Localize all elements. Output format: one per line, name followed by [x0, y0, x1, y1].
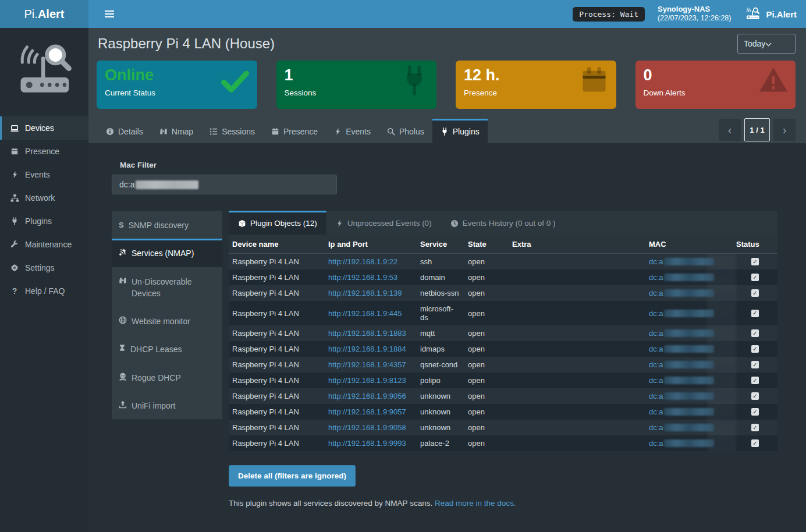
table-row: Raspberry Pi 4 LAN http://192.168.1.9:18…: [229, 325, 777, 341]
plugin-nav-item[interactable]: Services (NMAP): [112, 239, 222, 267]
status-checkbox[interactable]: [751, 289, 759, 297]
status-checkbox[interactable]: [751, 361, 759, 368]
table-row: Raspberry Pi 4 LAN http://192.168.1.9:18…: [229, 341, 777, 357]
mac-filter-label: Mac Filter: [120, 161, 777, 169]
status-card[interactable]: 1 Sessions: [276, 61, 437, 109]
plug-icon: [399, 65, 429, 95]
docs-link[interactable]: Read more in the docs.: [435, 499, 516, 508]
status-card[interactable]: 12 h. Presence: [456, 61, 616, 109]
plugin-object-tab[interactable]: Events History (0 out of 0 ): [441, 211, 565, 235]
device-tab[interactable]: Pholus: [379, 119, 432, 143]
cell-mac-link[interactable]: dc:a: [649, 407, 663, 416]
sidebar-item[interactable]: Events: [0, 163, 88, 186]
mac-filter-redaction: [136, 180, 198, 189]
device-tab[interactable]: Sessions: [201, 119, 263, 143]
cell-mac-link[interactable]: dc:a: [649, 273, 663, 282]
brand-logo[interactable]: Pi.Alert: [0, 0, 88, 28]
pager-next-button[interactable]: ›: [773, 119, 796, 141]
cell-mac-link[interactable]: dc:a: [649, 309, 663, 318]
cell-ip-port-link[interactable]: http://192.168.1.9:9056: [328, 392, 406, 400]
plugin-nav-label: SNMP discovery: [129, 219, 189, 231]
cell-ip-port-link[interactable]: http://192.168.1.9:4357: [328, 360, 406, 369]
cell-ip-port-link[interactable]: http://192.168.1.9:445: [328, 309, 402, 318]
plugin-nav-item[interactable]: Website monitor: [112, 307, 222, 335]
sidebar-item-label: Plugins: [25, 217, 52, 226]
hamburger-menu-icon[interactable]: [98, 0, 121, 28]
status-checkbox[interactable]: [751, 310, 759, 317]
cell-mac-link[interactable]: dc:a: [649, 392, 663, 400]
plugin-object-tab-label: Plugin Objects (12): [250, 219, 317, 228]
table-row: Raspberry Pi 4 LAN http://192.168.1.9:90…: [229, 404, 777, 420]
cell-mac-link[interactable]: dc:a: [649, 439, 663, 448]
delete-all-button[interactable]: Delete all (filters are ignored): [229, 465, 356, 487]
cell-mac-link[interactable]: dc:a: [649, 329, 663, 338]
cell-service: ssh: [417, 254, 464, 270]
mac-filter-input[interactable]: dc:a: [112, 175, 337, 194]
sidebar-item[interactable]: Presence: [0, 140, 88, 163]
cell-state: open: [464, 388, 509, 404]
cell-ip-port-link[interactable]: http://192.168.1.9:1883: [328, 329, 406, 338]
device-tab[interactable]: Presence: [263, 119, 326, 143]
plugin-nav-item[interactable]: UniFi import: [112, 391, 222, 419]
cell-mac-link[interactable]: dc:a: [649, 423, 663, 432]
sidebar-item[interactable]: Settings: [0, 256, 88, 279]
device-tab[interactable]: Details: [98, 119, 151, 143]
device-tab[interactable]: Plugins: [432, 119, 488, 143]
device-tab[interactable]: Events: [326, 119, 379, 143]
cell-ip-port-link[interactable]: http://192.168.1.9:9057: [328, 407, 406, 416]
chevron-down-icon: [765, 39, 772, 48]
status-checkbox[interactable]: [751, 329, 759, 337]
device-tab[interactable]: Nmap: [151, 119, 201, 143]
cell-extra: [509, 388, 645, 404]
mac-redaction: [664, 361, 714, 368]
sidebar-item[interactable]: Network: [0, 186, 88, 210]
mac-redaction: [664, 289, 714, 297]
plugin-nav-item[interactable]: Rogue DHCP: [112, 363, 222, 391]
app-name: Pi.Alert: [766, 9, 797, 19]
calendar-icon: [579, 65, 609, 95]
plugin-nav-item[interactable]: DHCP Leases: [112, 335, 222, 363]
sidebar-item[interactable]: Plugins: [0, 210, 88, 233]
cell-mac-link[interactable]: dc:a: [649, 360, 663, 369]
cell-mac-link[interactable]: dc:a: [649, 289, 663, 297]
cell-ip-port-link[interactable]: http://192.168.1.9:9993: [328, 439, 406, 448]
sidebar-item[interactable]: Maintenance: [0, 233, 88, 256]
status-checkbox[interactable]: [751, 274, 759, 281]
period-dropdown[interactable]: Today: [737, 34, 796, 54]
plugin-nav-label: Un-Discoverable Devices: [132, 276, 216, 300]
status-checkbox[interactable]: [751, 439, 759, 447]
cell-ip-port-link[interactable]: http://192.168.1.9:22: [328, 257, 397, 266]
binoculars-icon: [119, 276, 127, 300]
plugin-object-tab[interactable]: Plugin Objects (12): [229, 211, 326, 235]
cell-ip-port-link[interactable]: http://192.168.1.9:1884: [328, 345, 406, 353]
table-row: Raspberry Pi 4 LAN http://192.168.1.9:43…: [229, 357, 777, 373]
status-checkbox[interactable]: [751, 377, 759, 384]
status-checkbox[interactable]: [751, 424, 759, 431]
app-menu[interactable]: Pi.Alert: [744, 7, 797, 21]
status-checkbox[interactable]: [751, 258, 759, 265]
sidebar-item[interactable]: ? Help / FAQ: [0, 279, 88, 303]
cell-mac-link[interactable]: dc:a: [649, 345, 663, 353]
plugin-nav-item[interactable]: Un-Discoverable Devices: [112, 267, 222, 307]
sidebar-item[interactable]: Devices: [0, 116, 88, 140]
status-checkbox[interactable]: [751, 392, 759, 400]
cell-service: palace-2: [417, 435, 464, 451]
status-checkbox[interactable]: [751, 345, 759, 353]
cell-ip-port-link[interactable]: http://192.168.1.9:53: [328, 273, 397, 282]
cell-mac-link[interactable]: dc:a: [649, 257, 663, 266]
cell-mac-link[interactable]: dc:a: [649, 376, 663, 385]
cell-ip-port-link[interactable]: http://192.168.1.9:139: [328, 289, 402, 297]
cell-ip-port-link[interactable]: http://192.168.1.9:9058: [328, 423, 406, 432]
status-checkbox[interactable]: [751, 408, 759, 416]
status-card[interactable]: Online Current Status: [97, 61, 257, 109]
tab-label: Sessions: [222, 127, 255, 136]
cell-service: unknown: [417, 420, 464, 435]
plugin-object-tab[interactable]: Unprocessed Events (0): [326, 211, 441, 235]
plugin-nav-item[interactable]: S SNMP discovery: [112, 211, 222, 239]
status-card[interactable]: 0 Down Alerts: [635, 61, 796, 109]
cell-ip-port-link[interactable]: http://192.168.1.9:8123: [328, 376, 406, 385]
device-pager: ‹ 1 / 1 ›: [719, 118, 796, 143]
question-icon: ?: [9, 287, 20, 295]
pager-prev-button[interactable]: ‹: [719, 119, 741, 141]
cell-state: open: [464, 435, 509, 451]
